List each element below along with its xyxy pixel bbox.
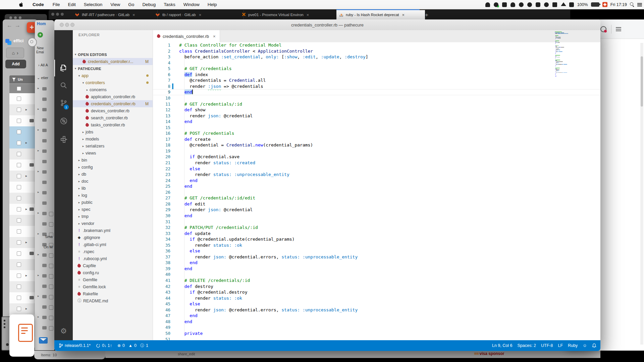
- file-item-README.md[interactable]: ⓘREADME.md: [73, 297, 153, 304]
- menu-item-help[interactable]: Help: [204, 2, 221, 7]
- code-line-42[interactable]: 42 def destroy: [153, 284, 600, 290]
- open-editors-header[interactable]: ▾OPEN EDITORS: [73, 51, 153, 58]
- docker-icon[interactable]: [502, 2, 507, 7]
- file-item-Rakefile[interactable]: Rakefile: [73, 290, 153, 297]
- list-row[interactable]: [9, 182, 38, 193]
- code-line-31[interactable]: 31: [153, 219, 600, 225]
- file-item-.gitlab-ci.yml[interactable]: !.gitlab-ci.yml: [73, 241, 153, 248]
- close-tab-icon[interactable]: ×: [402, 12, 405, 17]
- mail-folder-icon[interactable]: [42, 149, 47, 153]
- mail-folder-icon[interactable]: [42, 201, 47, 205]
- code-line-20[interactable]: 20 if @credential.save: [153, 154, 600, 160]
- profile-icon[interactable]: [600, 26, 606, 32]
- list-row[interactable]: [9, 160, 38, 171]
- open-editor-item[interactable]: credentials_controller.r... M: [73, 58, 153, 65]
- settings-gear-icon[interactable]: ⚙: [54, 327, 73, 336]
- volume-icon[interactable]: [569, 2, 574, 7]
- close-tab-icon[interactable]: ×: [213, 34, 216, 39]
- code-line-13[interactable]: 13 render json: @credential: [153, 113, 600, 119]
- list-row[interactable]: [9, 281, 38, 292]
- list-row[interactable]: ▸: [9, 237, 38, 248]
- file-item-.rspec[interactable]: ≡.rspec: [73, 248, 153, 255]
- explorer-icon[interactable]: [54, 60, 73, 76]
- mail-folder-icon[interactable]: [42, 316, 47, 319]
- menu-item-debug[interactable]: Debug: [138, 2, 160, 7]
- eol-setting[interactable]: LF: [558, 343, 563, 348]
- row-checkbox[interactable]: [17, 141, 21, 145]
- code-line-40[interactable]: 40: [153, 272, 600, 278]
- code-line-24[interactable]: 24 end: [153, 178, 600, 184]
- code-line-51[interactable]: 51: [153, 337, 600, 341]
- code-line-6[interactable]: 6 def index: [153, 72, 600, 78]
- list-row[interactable]: [9, 215, 38, 226]
- project-section-header[interactable]: ▾PATHECURE: [73, 65, 153, 72]
- mail-folder-icon[interactable]: [42, 191, 47, 194]
- code-line-9[interactable]: 9 end: [153, 89, 600, 95]
- list-row[interactable]: [9, 93, 38, 104]
- code-line-8[interactable]: 8 render :json => @credentials: [153, 83, 600, 89]
- chevron-right-icon[interactable]: ▸: [25, 307, 27, 310]
- chevron-right-icon[interactable]: ▸: [25, 207, 27, 211]
- code-line-11[interactable]: 11 # GET /credentials/:id: [153, 101, 600, 107]
- chevron-right-icon[interactable]: ▸: [38, 170, 39, 173]
- close-tab-icon[interactable]: ×: [132, 12, 135, 17]
- mail-label-onm[interactable]: On M: [44, 245, 53, 249]
- mail-folder-icon[interactable]: [42, 87, 47, 90]
- row-checkbox[interactable]: [17, 207, 21, 212]
- close-tab-icon[interactable]: ×: [307, 12, 309, 17]
- source-control-icon[interactable]: 1: [54, 95, 73, 111]
- code-line-28[interactable]: 28 def edit: [153, 201, 600, 207]
- disc-icon[interactable]: [527, 2, 532, 7]
- menu-item-edit[interactable]: Edit: [64, 2, 80, 7]
- mail-folder-icon[interactable]: [42, 98, 47, 101]
- list-row[interactable]: ▸: [9, 104, 38, 115]
- code-line-46[interactable]: 46 render json: @credential.errors, stat…: [153, 307, 600, 313]
- input-flag-icon[interactable]: [602, 2, 607, 7]
- file-item-config.ru[interactable]: config.ru: [73, 269, 153, 276]
- chevron-right-icon[interactable]: ▸: [38, 86, 39, 90]
- menu-item-tasks[interactable]: Tasks: [160, 2, 179, 7]
- shortcut-icon[interactable]: [535, 2, 541, 7]
- mail-folder-icon[interactable]: [42, 139, 47, 142]
- language-mode[interactable]: Ruby: [568, 343, 578, 348]
- row-checkbox[interactable]: [17, 185, 21, 189]
- list-row[interactable]: [9, 148, 38, 160]
- bell-icon[interactable]: [510, 2, 516, 7]
- file-item-search_controller.rb[interactable]: search_controller.rb: [73, 114, 153, 121]
- mail-folder-icon[interactable]: [42, 129, 47, 132]
- mail-all-row[interactable]: › All A: [38, 63, 48, 67]
- row-checkbox[interactable]: [17, 307, 21, 311]
- row-checkbox[interactable]: [17, 218, 21, 223]
- code-line-23[interactable]: 23 render status: :unprocessable_entity: [153, 172, 600, 178]
- list-row[interactable]: ▸: [9, 204, 38, 215]
- row-checkbox[interactable]: [17, 97, 21, 101]
- code-line-38[interactable]: 38 end: [153, 260, 600, 266]
- folder-item-app[interactable]: ▾app: [73, 72, 153, 79]
- minimize-window-button[interactable]: [65, 23, 69, 27]
- browser-tab[interactable]: pve01 - Proxmox Virtual Environ×: [239, 10, 341, 19]
- code-line-7[interactable]: 7 @credentials = Credential.all: [153, 77, 600, 83]
- folder-item-models[interactable]: ▸models: [73, 135, 153, 142]
- row-checkbox[interactable]: [17, 152, 21, 156]
- code-line-15[interactable]: 15: [153, 125, 600, 131]
- row-checkbox[interactable]: [17, 274, 21, 278]
- close-window-button[interactable]: [51, 13, 54, 16]
- row-checkbox[interactable]: [17, 262, 21, 267]
- search-circle-icon[interactable]: [28, 38, 37, 47]
- code-line-17[interactable]: 17 def create: [153, 136, 600, 142]
- wifi-icon[interactable]: [560, 2, 566, 7]
- home-button[interactable]: ⌂›: [6, 48, 24, 58]
- code-line-10[interactable]: 10: [153, 95, 600, 101]
- zoom-window-button[interactable]: [70, 23, 74, 27]
- code-line-26[interactable]: 26: [153, 189, 600, 195]
- code-line-33[interactable]: 33 def update: [153, 231, 600, 237]
- add-button[interactable]: Add: [5, 60, 26, 68]
- debug-disabled-icon[interactable]: [54, 113, 73, 129]
- code-line-43[interactable]: 43 if @credential.destroy: [153, 289, 600, 295]
- chevron-right-icon[interactable]: ▸: [38, 190, 39, 194]
- row-checkbox[interactable]: [17, 251, 21, 256]
- code-line-47[interactable]: 47 end: [153, 313, 600, 319]
- timer-icon[interactable]: [544, 2, 549, 7]
- mail-folder-icon[interactable]: [42, 253, 47, 257]
- chevron-right-icon[interactable]: ▸: [25, 174, 27, 178]
